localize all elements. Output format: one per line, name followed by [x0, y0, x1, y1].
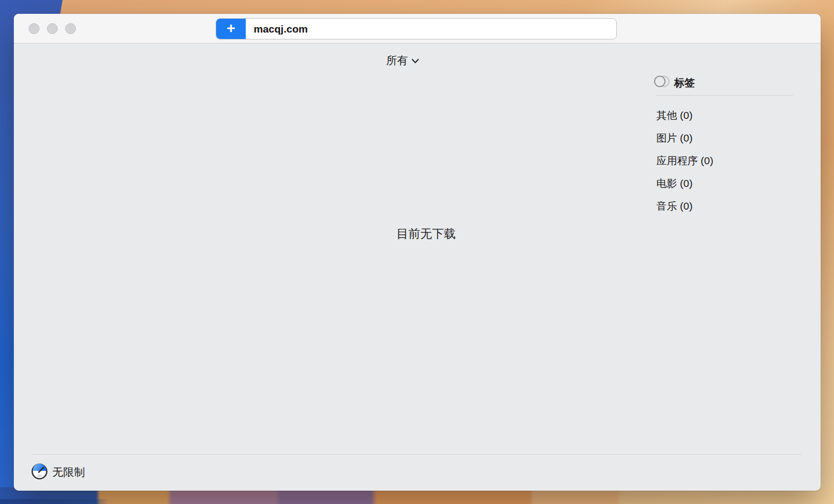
tags-header[interactable]: 标签 — [654, 75, 797, 90]
status-bar: 无限制 — [31, 454, 802, 490]
tag-item-movies[interactable]: 电影 (0) — [656, 172, 797, 195]
tags-icon — [654, 75, 670, 90]
close-button[interactable] — [29, 23, 39, 34]
minimize-button[interactable] — [47, 23, 58, 34]
zoom-button[interactable] — [65, 23, 76, 34]
url-input[interactable] — [246, 19, 616, 39]
app-window: + 所有 标签 — [14, 14, 821, 491]
speed-limit-label: 无限制 — [52, 465, 85, 480]
tags-divider — [656, 95, 793, 96]
tag-item-images[interactable]: 图片 (0) — [656, 127, 797, 149]
tags-header-label: 标签 — [674, 76, 695, 90]
tags-list: 其他 (0) 图片 (0) 应用程序 (0) 电影 (0) 音乐 (0) — [654, 104, 797, 217]
main-content: 所有 标签 其他 (0) 图片 (0) 应用程序 (0) — [14, 43, 821, 490]
filter-label: 所有 — [386, 54, 408, 67]
desktop-wallpaper: + 所有 标签 — [0, 0, 834, 504]
empty-state-message: 目前无下载 — [23, 226, 821, 242]
tag-item-other[interactable]: 其他 (0) — [656, 104, 797, 127]
filter-dropdown[interactable]: 所有 — [14, 53, 806, 68]
tag-item-music[interactable]: 音乐 (0) — [656, 195, 797, 217]
add-download-button[interactable]: + — [216, 19, 246, 39]
url-capsule: + — [216, 18, 617, 39]
tags-panel: 标签 其他 (0) 图片 (0) 应用程序 (0) 电影 (0) 音乐 (0) — [654, 75, 797, 217]
speedometer-icon[interactable] — [31, 463, 48, 482]
chevron-down-icon — [412, 54, 419, 67]
tag-item-applications[interactable]: 应用程序 (0) — [656, 149, 797, 172]
traffic-lights — [29, 23, 76, 34]
titlebar: + — [14, 14, 821, 43]
